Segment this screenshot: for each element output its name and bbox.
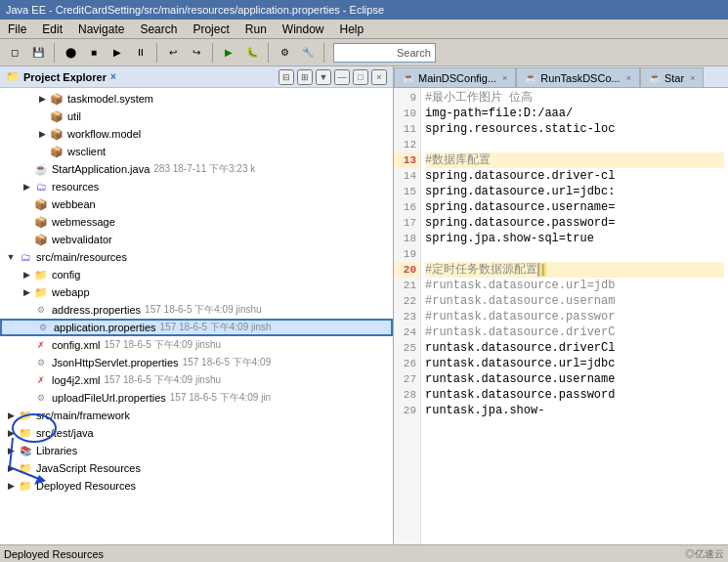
tree-item-webmessage[interactable]: 📦 webmessage: [0, 213, 393, 231]
editor-content: 9 10 11 12 13 14 15 16 17 18 19 20 21 22…: [394, 88, 728, 562]
tree-item-uploadfile[interactable]: ⚙ uploadFileUrl.properties 157 18-6-5 下午…: [0, 389, 393, 407]
toolbar-btn-6[interactable]: ↪: [186, 42, 207, 64]
tree-item-taskmodel[interactable]: ▶ 📦 taskmodel.system: [0, 90, 393, 108]
toolbar-btn-8[interactable]: 🔧: [297, 42, 319, 64]
tab-close-button[interactable]: ×: [502, 73, 507, 83]
editor-tab-runtask[interactable]: ☕ RunTaskDSCo... ×: [516, 67, 640, 87]
search-label: Search: [397, 47, 431, 59]
package-icon: 📦: [49, 91, 64, 107]
toolbar-btn-4[interactable]: ⏸: [130, 42, 151, 64]
tree-label: uploadFileUrl.properties: [52, 392, 166, 404]
package-icon: 📦: [33, 214, 49, 230]
menu-run[interactable]: Run: [237, 22, 275, 37]
menu-edit[interactable]: Edit: [34, 22, 70, 37]
watermark: ◎亿速云: [685, 547, 724, 561]
editor-tab-star[interactable]: ☕ Star ×: [640, 67, 704, 87]
panel-expand-button[interactable]: ⊞: [297, 69, 313, 85]
tab-close-button[interactable]: ×: [690, 73, 695, 83]
line-num-24: 24: [394, 324, 420, 340]
toolbar-sep-3: [212, 43, 213, 63]
folder-icon: 📁: [33, 267, 49, 282]
tree-meta: 157 18-6-5 下午4:09: [183, 356, 272, 369]
tree-item-srcmainfw[interactable]: ▶ 📁 src/main/framework: [0, 407, 393, 424]
toggle-icon: ▶: [35, 92, 49, 106]
tree-item-resources[interactable]: ▶ 🗂 resources: [0, 178, 393, 195]
tree-label: address.properties: [52, 304, 141, 316]
package-icon: 📦: [49, 108, 64, 124]
toggle-icon: ▶: [4, 444, 18, 457]
tree-item-configxml[interactable]: ✗ config.xml 157 18-6-5 下午4:09 jinshu: [0, 336, 393, 354]
toggle-icon: ▶: [20, 180, 33, 194]
tree-item-jsonhttp[interactable]: ⚙ JsonHttpServlet.properties 157 18-6-5 …: [0, 354, 393, 371]
line-num-11: 11: [394, 121, 420, 137]
menu-file[interactable]: File: [0, 22, 34, 37]
panel-maximize-button[interactable]: □: [353, 69, 368, 85]
folder-icon: 📁: [18, 478, 33, 494]
toolbar-btn-7[interactable]: ⚙: [274, 42, 295, 64]
tree-label: taskmodel.system: [67, 93, 153, 105]
code-line-12: [425, 137, 724, 152]
menu-search[interactable]: Search: [132, 22, 185, 37]
line-num-20: 20: [394, 262, 420, 278]
tree-item-config[interactable]: ▶ 📁 config: [0, 266, 393, 283]
toggle-icon: [20, 391, 33, 405]
toolbar-save-button[interactable]: 💾: [27, 42, 49, 64]
search-input[interactable]: [338, 47, 397, 59]
tree-item-srcmainres[interactable]: ▼ 🗂 src/main/resources: [0, 248, 393, 266]
editor-tab-mainds[interactable]: ☕ MainDSConfig... ×: [394, 67, 516, 87]
tree-item-deployed[interactable]: ▶ 📁 Deployed Resources: [0, 477, 393, 495]
toolbar-run-button[interactable]: ▶: [218, 42, 239, 64]
tree-item-log4j2[interactable]: ✗ log4j2.xml 157 18-6-5 下午4:09 jinshu: [0, 371, 393, 389]
line-num-16: 16: [394, 199, 420, 215]
menu-bar: File Edit Navigate Search Project Run Wi…: [0, 20, 728, 39]
tree-item-appprops[interactable]: ⚙ application.properties 157 18-6-5 下午4:…: [0, 319, 393, 336]
tree-item-srctestjava[interactable]: ▶ 📁 src/test/java: [0, 424, 393, 442]
tree-item-address[interactable]: ⚙ address.properties 157 18-6-5 下午4:09 j…: [0, 301, 393, 319]
tree-item-wsclient[interactable]: 📦 wsclient: [0, 143, 393, 160]
panel-collapse-button[interactable]: ⊟: [278, 69, 294, 85]
panel-minimize-button[interactable]: —: [334, 69, 350, 85]
toggle-icon: [20, 338, 33, 352]
panel-menu-button[interactable]: ▼: [316, 69, 331, 85]
toolbar-btn-2[interactable]: ■: [83, 42, 105, 64]
toolbar-btn-5[interactable]: ↩: [162, 42, 184, 64]
toolbar-debug-button[interactable]: 🐛: [241, 42, 263, 64]
toolbar-search-box[interactable]: Search: [333, 43, 436, 63]
line-num-13: 13: [394, 152, 420, 168]
tree-item-util[interactable]: 📦 util: [0, 108, 393, 125]
tab-close-button[interactable]: ×: [626, 73, 631, 83]
code-area[interactable]: #最小工作图片 位高 img-path=file:D:/aaa/ spring.…: [421, 88, 728, 562]
tree-label: JavaScript Resources: [36, 462, 141, 474]
project-explorer-panel: 📁 Project Explorer × ⊟ ⊞ ▼ — □ × ▶ 📦 tas…: [0, 66, 394, 562]
java-icon: ☕: [33, 161, 49, 177]
menu-project[interactable]: Project: [185, 22, 236, 37]
toolbar-btn-1[interactable]: ⬤: [60, 42, 81, 64]
panel-header-icons: ⊟ ⊞ ▼ — □ ×: [278, 69, 387, 85]
tree-item-startapp[interactable]: ☕ StartApplication.java 283 18-7-11 下午3:…: [0, 160, 393, 178]
main-area: 📁 Project Explorer × ⊟ ⊞ ▼ — □ × ▶ 📦 tas…: [0, 66, 728, 562]
menu-help[interactable]: Help: [332, 22, 372, 37]
panel-close-button[interactable]: ×: [371, 69, 387, 85]
toggle-icon: [20, 215, 33, 229]
tree-item-webapp[interactable]: ▶ 📁 webapp: [0, 283, 393, 301]
package-icon: 📦: [49, 126, 64, 142]
menu-window[interactable]: Window: [275, 22, 332, 37]
editor-tabs: ☕ MainDSConfig... × ☕ RunTaskDSCo... × ☕…: [394, 66, 728, 88]
tree-meta: 283 18-7-11 下午3:23 k: [153, 162, 255, 176]
tree-label: webapp: [52, 286, 90, 298]
tree-label: config: [52, 269, 80, 281]
tree-item-libraries[interactable]: ▶ 📚 Libraries: [0, 442, 393, 459]
tree-item-webvalidator[interactable]: 📦 webvalidator: [0, 231, 393, 248]
menu-navigate[interactable]: Navigate: [70, 22, 132, 37]
code-line-9: #最小工作图片 位高: [425, 90, 724, 106]
tree-item-workflow[interactable]: ▶ 📦 workflow.model: [0, 125, 393, 143]
toolbar-btn-3[interactable]: ▶: [107, 42, 128, 64]
line-num-25: 25: [394, 340, 420, 356]
tab-icon: ☕: [525, 72, 536, 83]
tree-item-jsresources[interactable]: ▶ 📁 JavaScript Resources: [0, 459, 393, 477]
code-line-10: img-path=file:D:/aaa/: [425, 106, 724, 121]
toolbar-new-button[interactable]: ◻: [4, 42, 25, 64]
toggle-icon: ▶: [20, 285, 33, 299]
tree-item-webbean[interactable]: 📦 webbean: [0, 195, 393, 213]
tree-label: Deployed Resources: [36, 480, 136, 492]
